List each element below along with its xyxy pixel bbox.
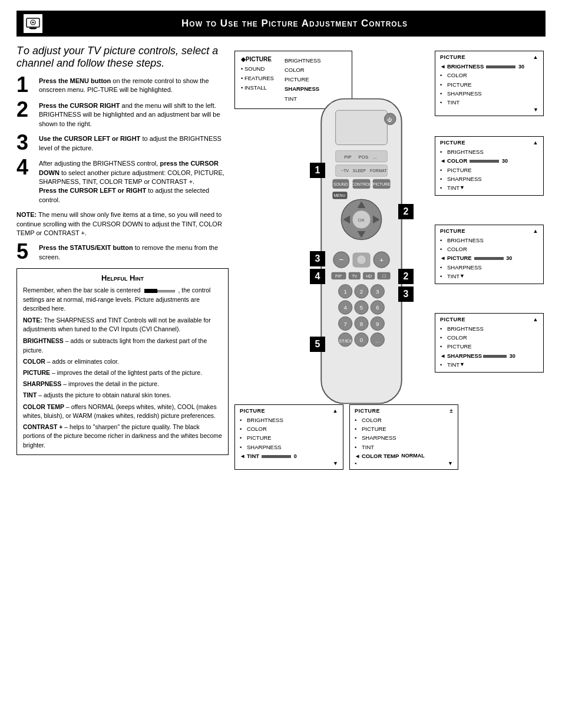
svg-text:5: 5 [360,304,363,311]
svg-text:3: 3 [376,288,379,295]
picture-panel-brightness: PICTURE ▲ ◄ BRIGHTNESS 30 •COLOR •PICTUR… [435,51,544,116]
tint-panel-title: PICTURE ▲ [240,408,338,414]
main-menu-install: • INSTALL [241,83,274,93]
bar-left [144,289,157,293]
main-layout: To adjust your TV picture controls, sele… [16,45,546,728]
drop-cap: T [16,45,23,57]
step-1-number: 1 [16,74,35,95]
picture-panel-picture: PICTURE ▲ •BRIGHTNESS •COLOR ◄ PICTURE 3… [435,225,544,284]
picture-panel-color: PICTURE ▲ •BRIGHTNESS ◄ COLOR 30 •PICTUR… [435,136,544,196]
svg-text:0: 0 [360,337,363,343]
step-4-content: After adjusting the BRIGHTNESS control, … [39,159,229,205]
step-4-bold1: press the CURSOR DOWN [39,160,219,176]
main-menu-col1: ◆PICTURE • SOUND • FEATURES • INSTALL [241,56,274,104]
col2-color: COLOR [285,65,321,75]
pp2-color: ◄ COLOR 30 [440,156,538,165]
tint-panel-sharpness: •SHARPNESS [240,443,338,452]
svg-text:POS: POS [359,154,368,160]
hint-colortemp: COLOR TEMP – offers NORMAL (keeps whites… [23,403,222,420]
pp4-tint: •TINT ▼ [440,360,538,369]
svg-text:⏻: ⏻ [388,117,392,123]
page-header: How to Use the Picture Adjustment Contro… [16,11,546,37]
pp2-tint: •TINT ▼ [440,183,538,192]
hint-color: COLOR – adds or eliminates color. [23,357,222,366]
svg-text:FORMAT: FORMAT [370,169,386,173]
hint-para1: Remember, when the bar scale is centered… [23,286,222,313]
left-column: To adjust your TV picture controls, sele… [16,45,234,728]
svg-text:−TV: −TV [341,169,349,173]
pp4-brightness: •BRIGHTNESS [440,324,538,333]
svg-text:2: 2 [360,288,363,295]
pp1-tint: •TINT [440,98,538,107]
step-1-bold: Press the MENU button [39,77,111,84]
tint-panel-color: •COLOR [240,424,338,433]
pp4-sharpness: ◄ SHARPNESS 30 [440,351,538,360]
pp2-title: PICTURE ▲ [440,140,538,146]
pp1-color: •COLOR [440,71,538,80]
step5-label-remote: 5 [310,337,325,352]
step3-label-remote: 3 [310,251,325,266]
pp1-brightness: ◄ BRIGHTNESS 30 [440,62,538,71]
hint-note: NOTE: The SHARPNESS and TINT Controls wi… [23,316,222,334]
pp1-title: PICTURE ▲ [440,54,538,60]
pp3-brightness: •BRIGHTNESS [440,236,538,245]
step-5: 5 Press the STATUS/EXIT button to remove… [16,243,229,262]
svg-text:SOUND: SOUND [333,182,348,186]
hint-picture: PICTURE – improves the detail of the lig… [23,368,222,377]
svg-rect-6 [336,110,388,145]
page-title: How to Use the Picture Adjustment Contro… [51,18,538,29]
svg-text:...: ... [376,338,380,344]
diagram-area: ◆PICTURE • SOUND • FEATURES • INSTALL BR… [234,45,562,457]
pp3-tint: •TINT ▼ [440,272,538,281]
col2-picture: PICTURE [285,75,321,84]
svg-text:7: 7 [343,321,346,327]
step-2-number: 2 [16,99,35,120]
step2b-label-remote: 2 [398,269,414,284]
hint-brightness: BRIGHTNESS – adds or subtracts light fro… [23,337,222,354]
step3b-label-remote: 3 [398,286,414,302]
svg-text:MENU: MENU [333,193,345,197]
colortemp-panel-sharpness: •SHARPNESS [355,433,453,442]
step-4-bold2: Press the CURSOR LEFT or RIGHT [39,187,146,194]
pp2-sharpness: •SHARPNESS [440,174,538,183]
pp3-color: •COLOR [440,245,538,253]
step-2-bold: Press the CURSOR RIGHT [39,102,120,109]
pp4-picture: •PICTURE [440,342,538,351]
pp3-sharpness: •SHARPNESS [440,263,538,272]
bottom-panels-row: PICTURE ▲ •BRIGHTNESS •COLOR •PICTURE •S… [234,404,458,470]
step-2: 2 Press the CURSOR RIGHT and the menu wi… [16,101,229,129]
bar-scale [144,289,175,293]
svg-text:4: 4 [343,304,347,311]
tint-panel-picture: •PICTURE [240,433,338,442]
page: How to Use the Picture Adjustment Contro… [0,0,562,728]
colortemp-panel-color: •COLOR [355,416,453,424]
hint-tint: TINT – adjusts the picture to obtain nat… [23,391,222,400]
hint-contrast: CONTRAST + – helps to "sharpen" the pict… [23,423,222,450]
step-3: 3 Use the CURSOR LEFT or RIGHT to adjust… [16,134,229,153]
remote-control: ⏻ PIP POS ... −TV SLEEP FORMAT [304,92,419,398]
hint-title: Helpful Hint [23,274,222,282]
svg-text:+: + [379,256,384,263]
main-menu-picture-item: ◆PICTURE [241,56,274,62]
step-3-number: 3 [16,132,35,153]
step-5-bold: Press the STATUS/EXIT button [39,244,133,251]
main-menu-sound: • SOUND [241,64,274,74]
step-3-bold: Use the CURSOR LEFT or RIGHT [39,135,140,142]
step-4-number: 4 [16,157,35,178]
step4-label-remote: 4 [310,269,325,284]
step-5-content: Press the STATUS/EXIT button to remove t… [39,243,229,262]
svg-text:1: 1 [343,288,346,295]
main-menu-features: • FEATURES [241,74,274,83]
svg-text:PICTURE: PICTURE [373,182,391,186]
hint-content: Remember, when the bar scale is centered… [23,286,222,450]
svg-text:8: 8 [360,321,363,327]
svg-text:SLEEP: SLEEP [353,169,366,173]
note-text: NOTE: The menu will show only five items… [16,210,229,238]
svg-text:OK: OK [358,218,365,223]
svg-text:CONTROL: CONTROL [352,182,372,186]
col2-brightness: BRIGHTNESS [285,56,321,65]
colortemp-panel-picture: •PICTURE [355,424,453,433]
pp3-title: PICTURE ▲ [440,228,538,234]
pp1-arrow-down: ▼ [440,107,538,113]
svg-text:9: 9 [376,321,379,327]
